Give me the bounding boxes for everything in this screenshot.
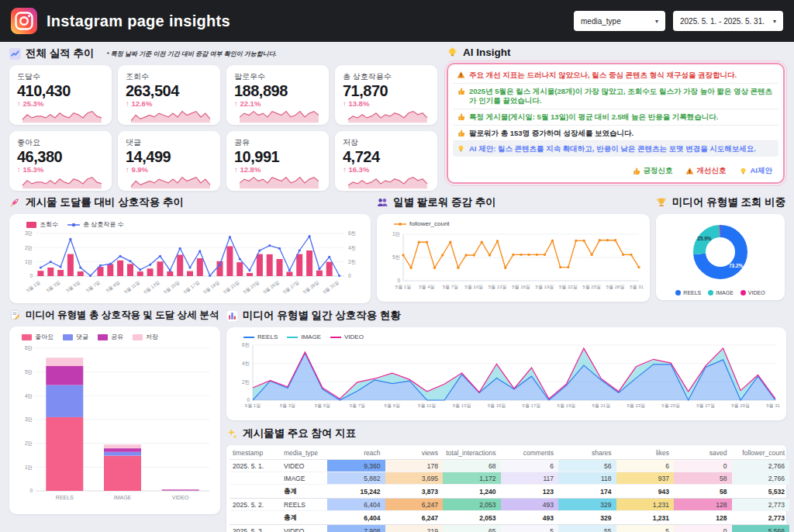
thumb-icon (632, 167, 640, 175)
table-cell: 118 (558, 472, 616, 485)
svg-text:0: 0 (397, 278, 400, 283)
kpi-section-note: * 특정 날짜 기준 이전 기간 대비 증감 여부 확인이 가능합니다. (107, 50, 278, 58)
svg-text:5월 25일: 5월 25일 (582, 285, 601, 289)
svg-text:5월 29일: 5월 29일 (731, 403, 750, 408)
kpi-label: 팔로우수 (234, 71, 321, 82)
table-cell: 1,231 (616, 499, 675, 511)
table-cell: 0 (674, 525, 732, 532)
table-cell: 493 (501, 511, 559, 525)
table-cell: 58 (674, 472, 732, 485)
legend-item[interactable]: VIDEO (330, 333, 364, 340)
svg-text:5월 31일: 5월 31일 (322, 280, 340, 295)
kpi-label: 좋아요 (17, 137, 104, 148)
kpi-label: 도달수 (17, 71, 104, 82)
sparkles-icon (226, 428, 238, 440)
legend-item[interactable]: 저장 (133, 333, 158, 341)
bulb-icon (739, 167, 747, 175)
table-section: 게시물별 주요 참여 지표 timestampmedia_typereachvi… (226, 427, 786, 532)
svg-text:6만: 6만 (25, 345, 33, 351)
ai-legend-item: AI제안 (739, 166, 773, 176)
area-chart-legend: REELSIMAGEVIDEO (233, 332, 780, 341)
svg-text:5월 7일: 5월 7일 (350, 403, 365, 408)
table-cell: 6,404 (327, 511, 385, 525)
kpi-label: 저장 (343, 137, 430, 148)
warning-icon (685, 167, 694, 175)
kpi-card: 공유10,991↑ 12.8% (226, 131, 329, 191)
svg-text:5월 19일: 5월 19일 (202, 280, 220, 295)
ai-insight-item: 2025년 5월은 릴스 게시물(28개)이 가장 많았고, 조회수도 릴스가 … (453, 84, 778, 109)
legend-item[interactable]: 조회수 (26, 220, 58, 229)
stacked-bar-header: 미디어 유형별 총 상호작용 및 도달 상세 분석 (9, 309, 220, 322)
column-header[interactable]: likes (616, 447, 675, 460)
table-cell: 5 (501, 525, 559, 532)
metrics-table-card: timestampmedia_typereachviewstotal_inter… (226, 445, 786, 532)
svg-text:5월 1일: 5월 1일 (26, 280, 41, 293)
legend-item[interactable]: 공유 (98, 333, 123, 341)
legend-item[interactable]: VIDEO (740, 290, 765, 295)
svg-text:5월 29일: 5월 29일 (302, 280, 320, 295)
svg-text:5월 17일: 5월 17일 (523, 403, 541, 408)
table-row: IMAGE5,8823,6951,172117118937582,766 (230, 472, 789, 485)
people-icon (377, 197, 388, 209)
media-type-dropdown[interactable]: media_type ▾ (574, 11, 665, 31)
svg-text:3만: 3만 (25, 416, 33, 422)
combo-chart-card: 조회수총 상호작용 수 01만2만3만02천4천6천5월 1일5월 3일5월 5… (9, 214, 371, 303)
page-title: Instagram page insights (47, 12, 230, 30)
column-header[interactable]: follower_count (732, 447, 790, 460)
kpi-section: 전체 실적 추이 * 특정 날짜 기준 이전 기간 대비 증감 여부 확인이 가… (9, 47, 437, 191)
svg-text:REELS: REELS (56, 495, 74, 500)
column-header[interactable]: views (385, 447, 444, 460)
column-header[interactable]: total_interactions (443, 447, 501, 460)
legend-item[interactable]: IMAGE (708, 290, 734, 295)
kpi-value: 46,380 (17, 148, 104, 165)
svg-text:5월 19일: 5월 19일 (558, 403, 576, 408)
column-header[interactable]: media_type (281, 447, 327, 460)
svg-text:5월 25일: 5월 25일 (661, 403, 680, 408)
kpi-label: 공유 (234, 137, 321, 148)
kpi-label: 조회수 (126, 71, 212, 82)
donut-chart-card: 73.2%25.9% REELSIMAGEVIDEO (656, 214, 785, 300)
svg-text:5월 7일: 5월 7일 (443, 285, 458, 289)
column-header[interactable]: timestamp (230, 447, 281, 460)
bulb-icon (457, 144, 465, 153)
svg-text:5월 27일: 5월 27일 (696, 403, 715, 408)
date-range-picker[interactable]: 2025. 5. 1. - 2025. 5. 31. ▾ (673, 11, 783, 31)
thumb-icon (457, 112, 465, 121)
ai-insight-text: 2025년 5월은 릴스 게시물(28개)이 가장 많았고, 조회수도 릴스가 … (469, 87, 775, 105)
media-type-value: media_type (581, 17, 621, 26)
legend-item[interactable]: 총 상호작용 수 (67, 220, 123, 229)
legend-item[interactable]: REELS (243, 333, 278, 340)
column-header[interactable]: shares (558, 447, 616, 460)
table-cell: 5,882 (327, 472, 385, 485)
table-cell: 1,172 (443, 472, 501, 485)
ai-insight-title: AI Insight (463, 47, 511, 58)
ai-insight-item: AI 제안: 릴스 콘텐츠를 지속 확대하고, 반응이 낮은 콘텐츠는 포맷 변… (453, 141, 778, 157)
table-cell: 0 (674, 460, 732, 472)
svg-text:5월 16일: 5월 16일 (512, 285, 530, 289)
legend-item[interactable]: REELS (675, 290, 701, 295)
legend-item[interactable]: follower_count (394, 220, 450, 227)
legend-item[interactable]: IMAGE (287, 333, 321, 340)
legend-item[interactable]: 좋아요 (22, 333, 54, 341)
table-cell: 5 (616, 525, 675, 532)
svg-text:5월 21일: 5월 21일 (223, 280, 240, 295)
ai-insight-text: 팔로워가 총 153명 증가하며 성장세를 보였습니다. (469, 129, 633, 138)
svg-text:0: 0 (29, 488, 33, 493)
instagram-logo-icon (11, 8, 37, 34)
column-header[interactable]: saved (674, 447, 732, 460)
table-cell: 128 (674, 511, 732, 525)
ai-insight-text: 주요 개선 지표는 드러나지 않았으나, 릴스 중심 콘텐츠 형식 재구성을 권… (469, 71, 737, 80)
follower-chart-header: 일별 팔로워 증감 추이 (377, 195, 650, 209)
svg-text:3만: 3만 (25, 230, 33, 236)
kpi-card: 좋아요46,380↑ 15.3% (9, 131, 112, 191)
svg-text:5월 13일: 5월 13일 (143, 280, 161, 295)
ai-insight-text: 특정 게시물(게시일: 5월 13일)이 평균 대비 2.5배 높은 반응을 기… (469, 112, 718, 122)
area-chart-header: 미디어 유형별 일간 상호작용 현황 (226, 309, 786, 323)
bulb-icon (447, 47, 458, 58)
column-header[interactable]: comments (501, 447, 559, 460)
stacked-bar-card: 좋아요댓글공유저장 01만2만3만4만5만6만REELSIMAGEVIDEO (9, 326, 220, 514)
kpi-value: 4,724 (343, 148, 430, 165)
table-cell: 329 (558, 511, 616, 525)
legend-item[interactable]: 댓글 (63, 333, 88, 341)
column-header[interactable]: reach (327, 447, 385, 460)
